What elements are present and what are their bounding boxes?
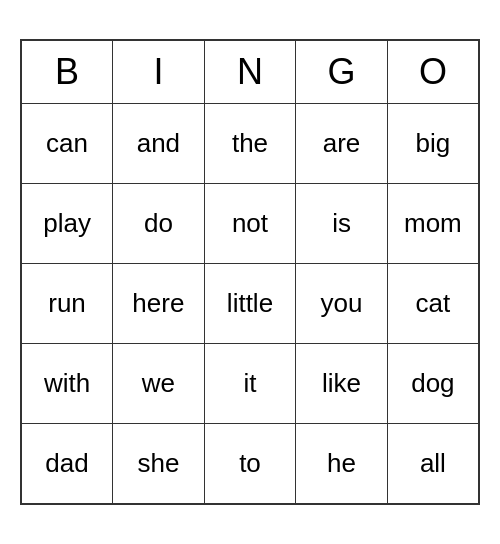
table-row: playdonotismom <box>21 184 479 264</box>
bingo-cell-0-1: and <box>113 104 205 184</box>
table-row: canandthearebig <box>21 104 479 184</box>
bingo-cell-0-2: the <box>204 104 296 184</box>
header-cell-o: O <box>387 40 479 104</box>
table-row: runherelittleyoucat <box>21 264 479 344</box>
header-row: BINGO <box>21 40 479 104</box>
bingo-cell-2-3: you <box>296 264 388 344</box>
bingo-cell-2-4: cat <box>387 264 479 344</box>
header-cell-b: B <box>21 40 113 104</box>
bingo-cell-4-4: all <box>387 424 479 504</box>
bingo-card: BINGO canandthearebigplaydonotismomrunhe… <box>20 39 480 505</box>
bingo-cell-4-2: to <box>204 424 296 504</box>
bingo-cell-2-1: here <box>113 264 205 344</box>
bingo-cell-3-3: like <box>296 344 388 424</box>
bingo-cell-1-4: mom <box>387 184 479 264</box>
header-cell-i: I <box>113 40 205 104</box>
bingo-cell-3-0: with <box>21 344 113 424</box>
bingo-cell-3-1: we <box>113 344 205 424</box>
bingo-cell-4-0: dad <box>21 424 113 504</box>
bingo-cell-0-4: big <box>387 104 479 184</box>
bingo-cell-2-0: run <box>21 264 113 344</box>
bingo-cell-0-0: can <box>21 104 113 184</box>
bingo-cell-4-1: she <box>113 424 205 504</box>
bingo-cell-1-1: do <box>113 184 205 264</box>
bingo-cell-3-4: dog <box>387 344 479 424</box>
table-row: withweitlikedog <box>21 344 479 424</box>
bingo-cell-4-3: he <box>296 424 388 504</box>
bingo-body: canandthearebigplaydonotismomrunherelitt… <box>21 104 479 504</box>
table-row: dadshetoheall <box>21 424 479 504</box>
bingo-cell-1-3: is <box>296 184 388 264</box>
bingo-cell-2-2: little <box>204 264 296 344</box>
header-cell-g: G <box>296 40 388 104</box>
bingo-cell-1-0: play <box>21 184 113 264</box>
bingo-cell-1-2: not <box>204 184 296 264</box>
bingo-cell-3-2: it <box>204 344 296 424</box>
bingo-cell-0-3: are <box>296 104 388 184</box>
header-cell-n: N <box>204 40 296 104</box>
